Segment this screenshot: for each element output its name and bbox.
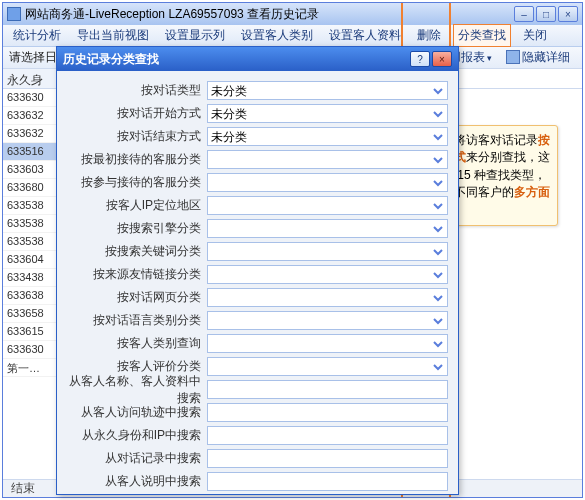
field-label: 从客人名称、客人资料中搜索 (67, 373, 207, 407)
field-label: 按对话语言类别分类 (67, 312, 207, 329)
menu-item[interactable]: 设置客人类别 (237, 25, 317, 46)
menu-item[interactable]: 设置显示列 (161, 25, 229, 46)
hide-detail-button[interactable]: 隐藏详细 (504, 47, 576, 68)
field-label: 按最初接待的客服分类 (67, 151, 207, 168)
field-label: 按搜索关键词分类 (67, 243, 207, 260)
field-input[interactable] (207, 403, 448, 422)
maximize-button[interactable]: □ (536, 6, 556, 22)
field-input[interactable] (207, 472, 448, 491)
menu-item[interactable]: 统计分析 (9, 25, 65, 46)
menubar: 统计分析导出当前视图设置显示列设置客人类别设置客人资料删除分类查找关闭 (3, 25, 582, 47)
menu-item[interactable]: 删除 (413, 25, 445, 46)
field-label: 从客人说明中搜索 (67, 473, 207, 490)
left-column: 永久身 633630633632633632633516633603633680… (3, 69, 61, 479)
field-label: 按对话类型 (67, 82, 207, 99)
field-select[interactable]: 未分类 (207, 127, 448, 146)
dialog-title: 历史记录分类查找 (63, 51, 408, 68)
toolbar-select-label: 请选择日 (9, 49, 57, 66)
field-label: 按客人IP定位地区 (67, 197, 207, 214)
form-row: 按对话结束方式未分类 (67, 125, 448, 148)
form-row: 按来源友情链接分类 (67, 263, 448, 286)
field-select[interactable] (207, 219, 448, 238)
field-select[interactable] (207, 150, 448, 169)
form-row: 按对话类型未分类 (67, 79, 448, 102)
list-item[interactable]: 633603 (3, 161, 60, 179)
field-label: 按搜索引擎分类 (67, 220, 207, 237)
field-select[interactable] (207, 357, 448, 376)
list-item[interactable]: 第一… (3, 359, 60, 377)
field-select[interactable] (207, 242, 448, 261)
close-button[interactable]: × (558, 6, 578, 22)
field-select[interactable] (207, 196, 448, 215)
app-icon (7, 7, 21, 21)
list-item[interactable]: 633630 (3, 341, 60, 359)
field-select[interactable]: 未分类 (207, 81, 448, 100)
list-item[interactable]: 633632 (3, 125, 60, 143)
dialog-body: 按对话类型未分类按对话开始方式未分类按对话结束方式未分类按最初接待的客服分类按参… (57, 71, 458, 497)
form-row: 按对话开始方式未分类 (67, 102, 448, 125)
form-row: 按对话网页分类 (67, 286, 448, 309)
form-row: 按客人类别查询 (67, 332, 448, 355)
menu-item[interactable]: 关闭 (519, 25, 551, 46)
list-item[interactable]: 633632 (3, 107, 60, 125)
form-row: 从客人名称、客人资料中搜索 (67, 378, 448, 401)
menu-item[interactable]: 设置客人资料 (325, 25, 405, 46)
field-label: 从客人访问轨迹中搜索 (67, 404, 207, 421)
search-dialog: 历史记录分类查找 ? × 按对话类型未分类按对话开始方式未分类按对话结束方式未分… (56, 46, 459, 495)
field-input[interactable] (207, 380, 448, 399)
form-row: 按参与接待的客服分类 (67, 171, 448, 194)
field-label: 按对话结束方式 (67, 128, 207, 145)
field-select[interactable] (207, 311, 448, 330)
form-row: 从永久身份和IP中搜索 (67, 424, 448, 447)
field-label: 按对话网页分类 (67, 289, 207, 306)
list-item[interactable]: 633538 (3, 215, 60, 233)
list-item[interactable]: 633604 (3, 251, 60, 269)
chevron-down-icon: ▾ (487, 53, 492, 63)
field-label: 按参与接待的客服分类 (67, 174, 207, 191)
list-item[interactable]: 633638 (3, 287, 60, 305)
field-select[interactable] (207, 265, 448, 284)
list-item[interactable]: 633438 (3, 269, 60, 287)
form-row: 按最初接待的客服分类 (67, 148, 448, 171)
form-row: 按搜索关键词分类 (67, 240, 448, 263)
dialog-help-button[interactable]: ? (410, 51, 430, 67)
form-row: 从客人访问轨迹中搜索 (67, 401, 448, 424)
field-label: 按客人类别查询 (67, 335, 207, 352)
minimize-button[interactable]: – (514, 6, 534, 22)
list-item[interactable]: 633615 (3, 323, 60, 341)
field-select[interactable]: 未分类 (207, 104, 448, 123)
field-input[interactable] (207, 426, 448, 445)
field-label: 按对话开始方式 (67, 105, 207, 122)
form-row: 从对话记录中搜索 (67, 447, 448, 470)
status-text: 结束 (11, 480, 35, 497)
dialog-close-button[interactable]: × (432, 51, 452, 67)
window-title: 网站商务通-LiveReception LZA69557093 查看历史记录 (25, 6, 514, 23)
list-item[interactable]: 633630 (3, 89, 60, 107)
list-item[interactable]: 633680 (3, 179, 60, 197)
main-titlebar: 网站商务通-LiveReception LZA69557093 查看历史记录 –… (3, 3, 582, 25)
left-header: 永久身 (3, 69, 60, 89)
menu-item[interactable]: 导出当前视图 (73, 25, 153, 46)
form-row: 按客人IP定位地区 (67, 194, 448, 217)
field-label: 按来源友情链接分类 (67, 266, 207, 283)
field-select[interactable] (207, 334, 448, 353)
field-select[interactable] (207, 288, 448, 307)
field-label: 从永久身份和IP中搜索 (67, 427, 207, 444)
menu-item[interactable]: 分类查找 (453, 24, 511, 47)
list-item[interactable]: 633516 (3, 143, 60, 161)
form-row: 从客人说明中搜索 (67, 470, 448, 493)
field-label: 从对话记录中搜索 (67, 450, 207, 467)
dialog-titlebar: 历史记录分类查找 ? × (57, 47, 458, 71)
form-row: 按搜索引擎分类 (67, 217, 448, 240)
field-select[interactable] (207, 173, 448, 192)
list-item[interactable]: 633658 (3, 305, 60, 323)
list-item[interactable]: 633538 (3, 233, 60, 251)
form-row: 按对话语言类别分类 (67, 309, 448, 332)
list-item[interactable]: 633538 (3, 197, 60, 215)
field-input[interactable] (207, 449, 448, 468)
